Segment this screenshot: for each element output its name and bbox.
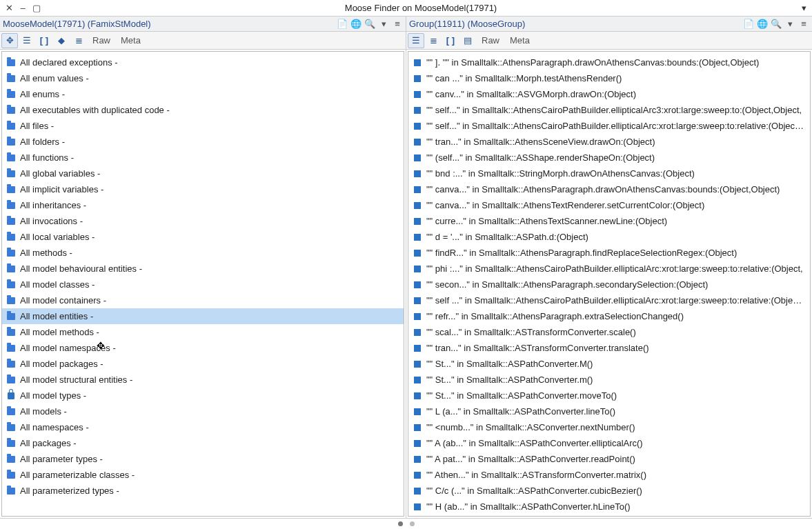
- list-item[interactable]: "" phi :..." in Smalltalk::AthensCairoPa…: [408, 261, 810, 277]
- action-icon[interactable]: 📄: [337, 19, 348, 30]
- view-layers-btn[interactable]: ◆: [53, 33, 70, 48]
- list-item[interactable]: All inheritances -: [2, 197, 404, 213]
- list-item[interactable]: "" St..." in Smalltalk::ASPathConverter.…: [408, 372, 810, 388]
- list-item[interactable]: All enums -: [2, 86, 404, 102]
- chevron-down-icon[interactable]: ▾: [784, 19, 795, 30]
- list-item[interactable]: All model namespaces -: [2, 340, 404, 356]
- list-item-label: "" tran..." in Smalltalk::AthensSceneVie…: [426, 137, 655, 147]
- list-item[interactable]: All methods -: [2, 245, 404, 261]
- list-item[interactable]: "" L (a..." in Smalltalk::ASPathConverte…: [408, 403, 810, 419]
- square-icon: [413, 264, 422, 274]
- left-breadcrumb[interactable]: MooseModel(17971) (FamixStModel): [3, 19, 151, 29]
- page-dot[interactable]: [410, 521, 415, 526]
- list-item[interactable]: All local variables -: [2, 229, 404, 245]
- view-brackets-btn[interactable]: [ ]: [36, 33, 52, 48]
- list-item[interactable]: "" self..." in Smalltalk::AthensCairoPat…: [408, 118, 810, 134]
- view-indent-btn[interactable]: ≣: [425, 33, 442, 48]
- list-item[interactable]: "" findR..." in Smalltalk::AthensParagra…: [408, 245, 810, 261]
- list-item[interactable]: "" C/c (..." in Smalltalk::ASPathConvert…: [408, 483, 810, 499]
- list-item[interactable]: "" tran..." in Smalltalk::AthensSceneVie…: [408, 134, 810, 150]
- list-item[interactable]: All model containers -: [2, 292, 404, 308]
- left-list[interactable]: All declared exceptions -All enum values…: [1, 51, 404, 517]
- search-icon[interactable]: 🔍: [364, 19, 375, 30]
- list-item-label: All local variables -: [20, 232, 95, 242]
- view-indent-btn[interactable]: ≣: [70, 33, 87, 48]
- right-list[interactable]: "" ]. "" in Smalltalk::AthensParagraph.d…: [408, 51, 811, 517]
- list-item[interactable]: "" H (ab..." in Smalltalk::ASPathConvert…: [408, 499, 810, 515]
- list-item[interactable]: "" A (ab..." in Smalltalk::ASPathConvert…: [408, 435, 810, 451]
- page-dot[interactable]: [398, 521, 403, 526]
- list-item[interactable]: All enum values -: [2, 70, 404, 86]
- list-item[interactable]: All model methods -: [2, 324, 404, 340]
- list-item[interactable]: All model behavioural entities -: [2, 261, 404, 277]
- list-item[interactable]: All namespaces -: [2, 419, 404, 435]
- list-item[interactable]: All model entities -: [2, 308, 404, 324]
- menu-icon[interactable]: ≡: [392, 19, 403, 30]
- list-item[interactable]: All functions -: [2, 150, 404, 166]
- list-item-label: All parameter types -: [20, 454, 103, 464]
- list-item[interactable]: "" refr..." in Smalltalk::AthensParagrap…: [408, 308, 810, 324]
- list-item[interactable]: "" curre..." in Smalltalk::AthensTextSca…: [408, 213, 810, 229]
- list-item[interactable]: All parameterized types -: [2, 483, 404, 499]
- menu-icon[interactable]: ≡: [798, 19, 809, 30]
- list-item[interactable]: All invocations -: [2, 213, 404, 229]
- minimize-icon[interactable]: –: [18, 3, 28, 13]
- list-item[interactable]: "" A pat..." in Smalltalk::ASPathConvert…: [408, 451, 810, 467]
- list-item[interactable]: All parameterizable classes -: [2, 467, 404, 483]
- list-item[interactable]: "" can ..." in Smalltalk::Morph.testAthe…: [408, 70, 810, 86]
- list-item[interactable]: All global variables -: [2, 166, 404, 181]
- list-item-label: "" phi :..." in Smalltalk::AthensCairoPa…: [426, 263, 803, 274]
- list-item[interactable]: All models -: [2, 403, 404, 419]
- maximize-icon[interactable]: ▢: [32, 3, 41, 13]
- list-item[interactable]: All model structural entities -: [2, 372, 404, 388]
- list-item[interactable]: "" d = '..." in Smalltalk::ASPath.d:(Obj…: [408, 229, 810, 245]
- window-menu-icon[interactable]: ▾: [796, 3, 812, 13]
- view-brackets-btn[interactable]: [ ]: [442, 33, 459, 48]
- list-item[interactable]: "" <numb..." in Smalltalk::ASConverter.n…: [408, 419, 810, 435]
- globe-icon[interactable]: 🌐: [350, 19, 362, 30]
- list-item-label: All packages -: [20, 438, 77, 448]
- list-item[interactable]: "" St..." in Smalltalk::ASPathConverter.…: [408, 388, 810, 403]
- view-list-btn[interactable]: ☰: [19, 33, 35, 48]
- list-item[interactable]: All model classes -: [2, 277, 404, 292]
- meta-btn[interactable]: Meta: [116, 33, 146, 48]
- list-item[interactable]: All packages -: [2, 435, 404, 451]
- list-item[interactable]: "" ]. "" in Smalltalk::AthensParagraph.d…: [408, 54, 810, 70]
- action-icon[interactable]: 📄: [743, 19, 754, 30]
- raw-btn[interactable]: Raw: [477, 33, 504, 48]
- list-item[interactable]: All folders -: [2, 134, 404, 150]
- list-item-label: "" secon..." in Smalltalk::AthensParagra…: [426, 279, 708, 290]
- list-item[interactable]: All executables with duplicated code -: [2, 102, 404, 118]
- list-item[interactable]: "" bnd :..." in Smalltalk::StringMorph.d…: [408, 166, 810, 181]
- list-item[interactable]: All declared exceptions -: [2, 54, 404, 70]
- list-item[interactable]: "" canva..." in Smalltalk::AthensParagra…: [408, 181, 810, 197]
- list-item[interactable]: "" canv..." in Smalltalk::ASVGMorph.draw…: [408, 86, 810, 102]
- list-item[interactable]: All model types -: [2, 388, 404, 403]
- view-detail-btn[interactable]: ▤: [459, 33, 476, 48]
- list-item[interactable]: "" scal..." in Smalltalk::ASTransformCon…: [408, 324, 810, 340]
- list-item[interactable]: "" (self..." in Smalltalk::ASShape.rende…: [408, 150, 810, 166]
- list-item[interactable]: "" tran..." in Smalltalk::ASTransformCon…: [408, 340, 810, 356]
- right-breadcrumb[interactable]: Group(11911) (MooseGroup): [409, 19, 525, 29]
- close-icon[interactable]: ✕: [4, 3, 14, 13]
- list-item[interactable]: "" Athen..." in Smalltalk::ASTransformCo…: [408, 467, 810, 483]
- search-icon[interactable]: 🔍: [771, 19, 782, 30]
- view-tree-btn[interactable]: ✥: [1, 33, 18, 48]
- globe-icon[interactable]: 🌐: [757, 19, 768, 30]
- list-item[interactable]: "" self..." in Smalltalk::AthensCairoPat…: [408, 102, 810, 118]
- raw-btn[interactable]: Raw: [88, 33, 115, 48]
- meta-btn[interactable]: Meta: [505, 33, 535, 48]
- list-item[interactable]: All implicit variables -: [2, 181, 404, 197]
- list-item[interactable]: "" secon..." in Smalltalk::AthensParagra…: [408, 277, 810, 292]
- list-item[interactable]: "" In th..." in Smalltalk::PolygonMorph.…: [408, 515, 810, 517]
- list-item[interactable]: All files -: [2, 118, 404, 134]
- chevron-down-icon[interactable]: ▾: [378, 19, 389, 30]
- list-item[interactable]: "" self ..." in Smalltalk::AthensCairoPa…: [408, 292, 810, 308]
- list-item-label: All model behavioural entities -: [20, 263, 142, 274]
- list-item-label: "" (self..." in Smalltalk::ASShape.rende…: [426, 152, 655, 163]
- list-item[interactable]: All model packages -: [2, 356, 404, 372]
- list-item[interactable]: All parameter types -: [2, 451, 404, 467]
- view-list-btn[interactable]: ☰: [408, 33, 424, 48]
- list-item[interactable]: "" St..." in Smalltalk::ASPathConverter.…: [408, 356, 810, 372]
- list-item[interactable]: "" canva..." in Smalltalk::AthensTextRen…: [408, 197, 810, 213]
